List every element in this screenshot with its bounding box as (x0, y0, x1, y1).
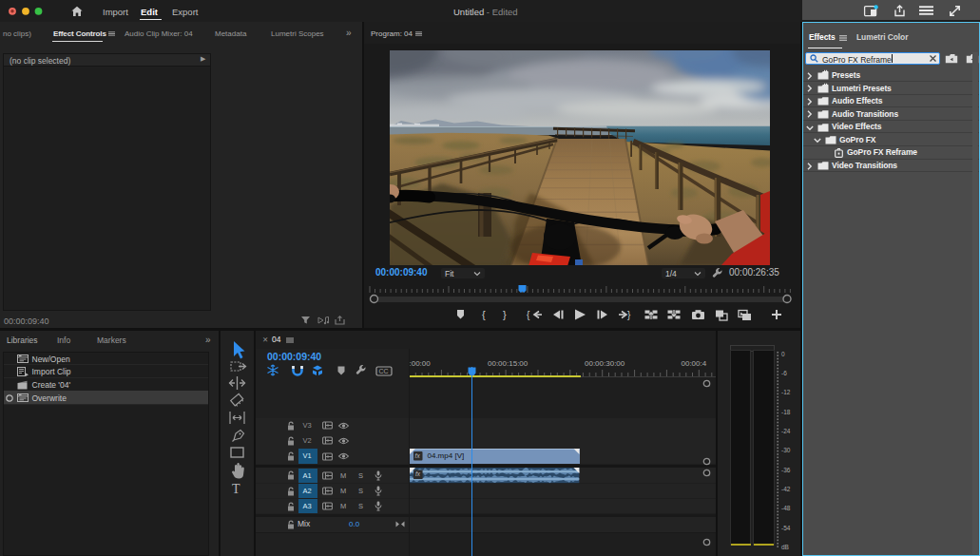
svg-text:}: } (627, 310, 631, 320)
svg-text:}: } (503, 309, 507, 320)
svg-text:fx: fx (415, 471, 421, 478)
svg-text:{: { (527, 310, 530, 320)
svg-text:{: { (482, 309, 486, 320)
svg-text:CC: CC (379, 368, 389, 374)
svg-text:T: T (232, 481, 240, 495)
